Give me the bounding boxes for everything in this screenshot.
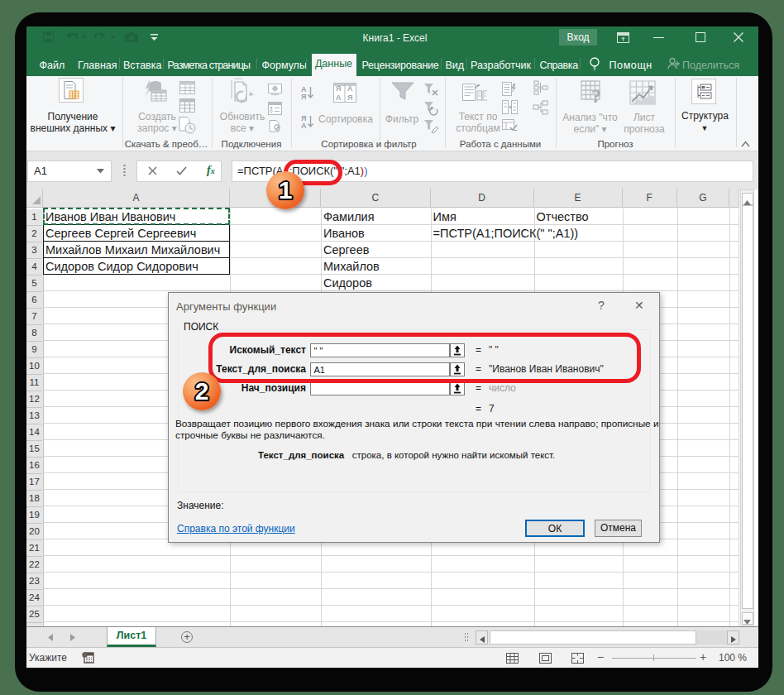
svg-text:А: А — [301, 122, 307, 129]
svg-text:Я: Я — [347, 93, 352, 102]
svg-text:Я: Я — [301, 93, 306, 100]
svg-text:А: А — [336, 93, 342, 102]
svg-text:А: А — [347, 84, 353, 93]
svg-text:?: ? — [591, 85, 601, 107]
svg-text:Я: Я — [336, 84, 341, 93]
